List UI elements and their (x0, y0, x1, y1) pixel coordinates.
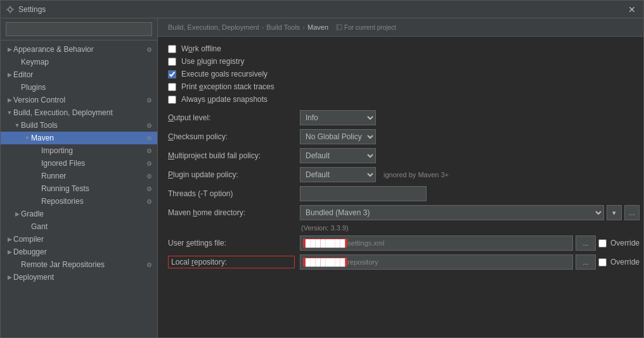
user-settings-label: User settings file: (168, 239, 295, 247)
nav-tree: ▶ Appearance & Behavior ⚙ Keymap ▶ Edito… (1, 41, 157, 337)
sidebar-item-label: Ignored Files (41, 159, 146, 168)
checksum-policy-control: No Global Policy Strict Lax Ignore (300, 129, 640, 144)
svg-point-1 (10, 6, 11, 7)
sidebar-item-plugins[interactable]: Plugins (1, 81, 157, 94)
multiproject-label: Multiproject build fail policy: (168, 151, 295, 160)
sidebar-item-label: Gradle (21, 210, 152, 218)
local-repo-override-label: Override (610, 258, 640, 266)
svg-point-3 (6, 9, 8, 10)
output-level-label: Output level: (168, 113, 295, 122)
sidebar-item-label: Importing (41, 146, 146, 155)
page-icon: ⚙ (146, 198, 152, 205)
local-repo-path: ████████repository (300, 254, 573, 270)
output-level-control: Info Debug Warning Error (300, 110, 640, 125)
local-repo-override-checkbox[interactable] (598, 258, 607, 266)
settings-content: Work offline Use plugin registry Execute… (158, 37, 643, 337)
always-update-checkbox[interactable] (168, 96, 176, 104)
breadcrumb-part1: Build, Execution, Deployment (168, 23, 259, 31)
sidebar-item-maven[interactable]: ▼ Maven ⚙ (1, 132, 157, 144)
search-input[interactable] (6, 22, 152, 36)
page-icon: ⚙ (146, 147, 152, 154)
threads-input[interactable] (300, 186, 427, 201)
local-repo-override-row: Override (598, 258, 640, 266)
sidebar-item-label: Plugins (21, 83, 152, 92)
sidebar-item-label: Deployment (13, 273, 152, 282)
work-offline-checkbox[interactable] (168, 45, 176, 53)
sidebar-item-build-tools[interactable]: ▼ Build Tools ⚙ (1, 119, 157, 132)
checkbox-row-print-exception: Print exception stack traces (168, 82, 633, 91)
local-repo-label: Local repository: (168, 256, 295, 268)
multiproject-control: Default Never At End Fail Fast (300, 148, 640, 163)
sidebar-item-label: Remote Jar Repositories (21, 260, 146, 269)
sidebar-item-version-control[interactable]: ▶ Version Control ⚙ (1, 94, 157, 106)
maven-home-browse-btn[interactable]: … (624, 205, 640, 220)
page-icon: ⚙ (146, 135, 152, 142)
sidebar-item-ignored-files[interactable]: Ignored Files ⚙ (1, 157, 157, 170)
sidebar-item-editor[interactable]: ▶ Editor (1, 68, 157, 81)
sidebar-item-gant[interactable]: Gant (1, 220, 157, 233)
title-bar: Settings ✕ (1, 1, 643, 18)
sidebar-item-label: Runner (41, 172, 146, 180)
sidebar-item-compiler[interactable]: ▶ Compiler (1, 233, 157, 246)
svg-point-4 (13, 9, 14, 10)
arrow-icon: ▶ (13, 210, 21, 218)
sidebar: ▶ Appearance & Behavior ⚙ Keymap ▶ Edito… (1, 18, 158, 337)
sidebar-item-debugger[interactable]: ▶ Debugger (1, 246, 157, 258)
use-plugin-registry-checkbox[interactable] (168, 58, 176, 66)
use-plugin-registry-label: Use plugin registry (181, 57, 244, 66)
close-button[interactable]: ✕ (626, 3, 638, 16)
sidebar-item-label: Repositories (41, 197, 146, 206)
sidebar-item-importing[interactable]: Importing ⚙ (1, 144, 157, 157)
checkbox-row-plugin-registry: Use plugin registry (168, 57, 633, 66)
page-icon: ⚙ (146, 173, 152, 180)
sidebar-item-label: Build Tools (21, 121, 146, 130)
sidebar-item-label: Gant (31, 222, 152, 231)
sidebar-item-appearance[interactable]: ▶ Appearance & Behavior ⚙ (1, 43, 157, 56)
output-level-select[interactable]: Info Debug Warning Error (300, 110, 376, 125)
sidebar-item-running-tests[interactable]: Running Tests ⚙ (1, 182, 157, 195)
sidebar-item-build-exec[interactable]: ▼ Build, Execution, Deployment (1, 106, 157, 119)
checkbox-row-always-update: Always update snapshots (168, 95, 633, 104)
print-exception-checkbox[interactable] (168, 83, 176, 91)
sidebar-item-gradle[interactable]: ▶ Gradle (1, 208, 157, 220)
local-repo-browse-btn[interactable]: ... (576, 254, 596, 270)
form-fields: Output level: Info Debug Warning Error C… (168, 110, 633, 270)
page-icon: ⚙ (146, 185, 152, 192)
sidebar-item-label: Appearance & Behavior (13, 45, 146, 54)
svg-rect-5 (337, 25, 342, 30)
arrow-icon: ▶ (6, 71, 13, 78)
page-icon: ⚙ (146, 97, 152, 104)
main-content: ▶ Appearance & Behavior ⚙ Keymap ▶ Edito… (1, 18, 643, 337)
sidebar-item-label: Version Control (13, 96, 146, 104)
print-exception-label: Print exception stack traces (181, 82, 274, 91)
arrow-icon: ▶ (6, 46, 13, 53)
arrow-icon: ▼ (6, 109, 13, 116)
window-title: Settings (18, 5, 46, 14)
user-settings-override-checkbox[interactable] (598, 239, 607, 247)
search-box (1, 18, 157, 41)
svg-point-2 (10, 12, 11, 13)
sidebar-item-label: Compiler (13, 235, 152, 244)
checkboxes-group: Work offline Use plugin registry Execute… (168, 44, 633, 104)
checksum-policy-select[interactable]: No Global Policy Strict Lax Ignore (300, 129, 376, 144)
execute-goals-label: Execute goals recursively (181, 70, 267, 78)
settings-window: Settings ✕ ▶ Appearance & Behavior ⚙ Key… (0, 0, 644, 338)
user-settings-override-row: Override (598, 239, 640, 247)
plugin-update-select[interactable]: Default Always Never Interval (300, 167, 376, 182)
sidebar-item-runner[interactable]: Runner ⚙ (1, 170, 157, 182)
sidebar-item-deployment[interactable]: ▶ Deployment (1, 271, 157, 284)
maven-home-dropdown-btn[interactable]: ▾ (607, 205, 622, 220)
page-icon: ⚙ (146, 122, 152, 129)
maven-home-label: Maven home directory: (168, 208, 295, 217)
maven-home-select[interactable]: Bundled (Maven 3) (300, 205, 604, 220)
sidebar-item-remote-jar[interactable]: Remote Jar Repositories ⚙ (1, 258, 157, 271)
work-offline-label: Work offline (181, 44, 221, 53)
multiproject-select[interactable]: Default Never At End Fail Fast (300, 148, 376, 163)
always-update-label: Always update snapshots (181, 95, 267, 104)
sidebar-item-keymap[interactable]: Keymap (1, 56, 157, 68)
sidebar-item-repositories[interactable]: Repositories ⚙ (1, 195, 157, 208)
user-settings-browse-btn[interactable]: ... (576, 235, 596, 251)
arrow-icon: ▼ (13, 122, 21, 129)
execute-goals-checkbox[interactable] (168, 70, 176, 78)
plugin-update-label: Plugin update policy: (168, 170, 295, 179)
